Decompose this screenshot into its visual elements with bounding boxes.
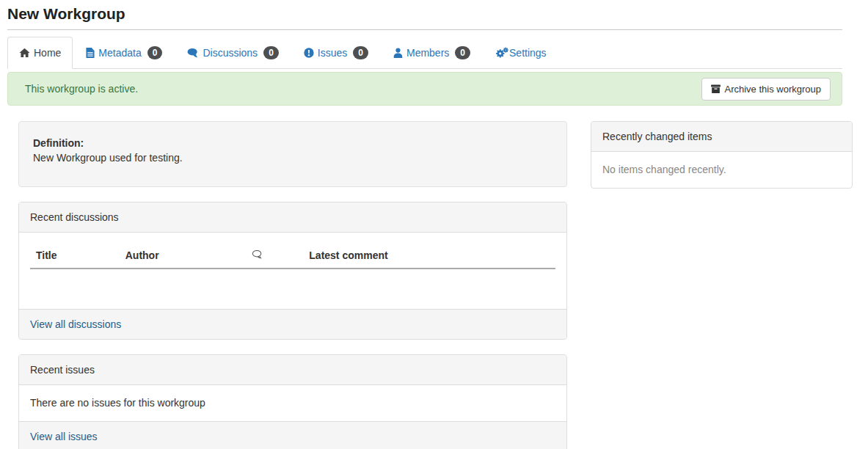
column-header-comments [246,244,304,269]
column-header-title: Title [30,244,120,269]
title-divider [7,29,842,30]
recent-issues-body: There are no issues for this workgroup [19,385,566,421]
recently-changed-panel: Recently changed items No items changed … [591,121,853,189]
cogs-icon [495,47,508,59]
user-icon [393,48,403,58]
issues-count-badge: 0 [353,46,368,59]
side-column: Recently changed items No items changed … [591,121,853,203]
recent-issues-footer: View all issues [19,421,566,449]
members-count-badge: 0 [455,46,470,59]
tab-members[interactable]: Members 0 [382,37,482,69]
tab-label: Members [406,45,449,60]
comments-icon [187,48,199,58]
tab-discussions[interactable]: Discussions 0 [175,37,290,69]
tab-label: Issues [318,45,347,60]
workgroup-active-alert: This workgroup is active. Archive this w… [7,72,842,106]
archive-workgroup-button[interactable]: Archive this workgroup [701,78,831,101]
main-column: Definition: New Workgroup used for testi… [18,121,567,449]
tab-metadata[interactable]: Metadata 0 [74,37,174,69]
view-all-issues-link[interactable]: View all issues [30,431,98,442]
tab-label: Home [34,45,61,60]
view-all-discussions-link[interactable]: View all discussions [30,318,121,330]
discussions-count-badge: 0 [263,46,279,59]
tab-label: Metadata [98,45,141,60]
file-text-icon [86,48,95,58]
recent-discussions-panel: Recent discussions Title Author [18,202,567,340]
recent-discussions-footer: View all discussions [19,309,566,339]
tab-label: Discussions [203,45,258,60]
alert-message: This workgroup is active. [25,83,138,95]
definition-label: Definition: [33,136,552,150]
discussions-table: Title Author Latest comment [30,244,555,298]
archive-button-label: Archive this workgroup [725,83,822,95]
column-header-latest-comment: Latest comment [303,244,555,269]
content-row: Definition: New Workgroup used for testi… [18,121,842,449]
discussions-table-header-row: Title Author Latest comment [30,244,555,269]
column-header-author: Author [120,244,246,269]
recent-discussions-body: Title Author Latest comment [19,233,566,309]
recent-discussions-heading: Recent discussions [19,202,566,233]
recently-changed-body: No items changed recently. [591,152,852,188]
comment-outline-icon [252,249,263,259]
recent-issues-empty-message: There are no issues for this workgroup [30,397,205,409]
archive-icon [711,84,721,93]
recently-changed-empty-message: No items changed recently. [602,164,726,175]
exclamation-circle-icon [304,48,314,58]
discussions-empty-row [30,269,555,298]
recent-issues-heading: Recent issues [19,355,566,385]
page-title: New Workgroup [7,0,842,29]
recently-changed-heading: Recently changed items [591,122,852,152]
metadata-count-badge: 0 [147,46,163,59]
home-icon [19,48,30,58]
definition-text: New Workgroup used for testing. [33,150,552,165]
recent-issues-panel: Recent issues There are no issues for th… [18,354,567,449]
tab-home[interactable]: Home [7,37,73,69]
workgroup-page: New Workgroup Home Metadata 0 Discussion… [7,0,842,449]
tab-label: Settings [509,45,547,60]
tab-bar: Home Metadata 0 Discussions 0 Issues 0 [7,37,842,69]
definition-well: Definition: New Workgroup used for testi… [18,121,567,187]
tab-settings[interactable]: Settings [484,37,558,69]
tab-issues[interactable]: Issues 0 [292,37,380,69]
